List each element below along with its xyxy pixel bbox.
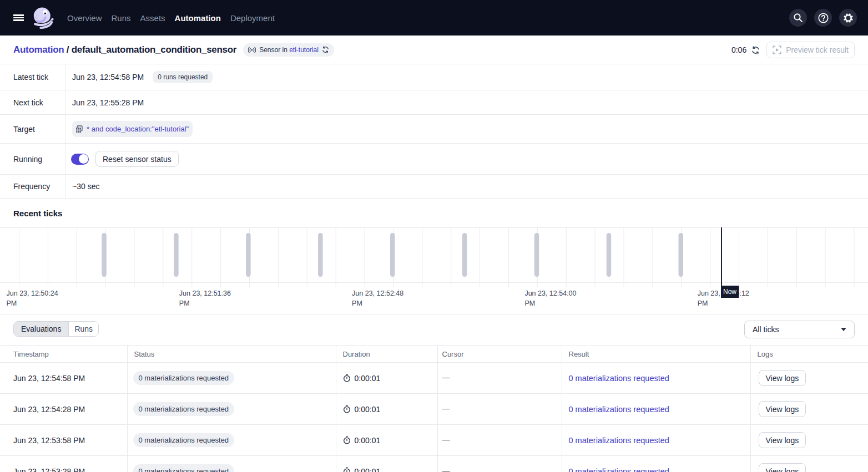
svg-text:PM: PM [698,300,708,307]
svg-text:Jun 23, 12:50:24: Jun 23, 12:50:24 [7,290,58,297]
svg-text:Jun 23, 12:54:00: Jun 23, 12:54:00 [524,290,576,297]
svg-text:PM: PM [352,300,362,307]
svg-text:Now: Now [723,288,736,296]
svg-text:PM: PM [7,300,17,307]
svg-text:PM: PM [179,300,190,307]
svg-text:Jun 23, 12:51:36: Jun 23, 12:51:36 [179,290,231,297]
svg-text:Jun 23, 12:52:48: Jun 23, 12:52:48 [352,290,403,297]
svg-text:PM: PM [524,300,535,307]
